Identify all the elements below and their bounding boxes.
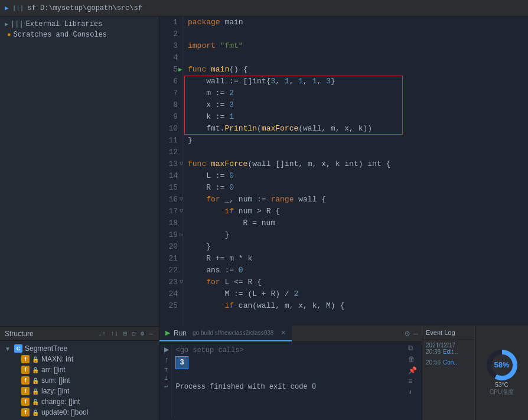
trash-icon[interactable]: 🗑 [408, 355, 417, 364]
output-content: <go setup calls> 3 Process finished with… [175, 344, 406, 418]
maxforce-params: , m, x, k [298, 158, 344, 170]
event-time-1b: 20:38 [426, 349, 441, 355]
run-toolbar: ▶ ↑ ⊤ ⊥ ↩ [164, 344, 172, 418]
pin-icon[interactable]: 📌 [408, 366, 417, 375]
tree-item-external[interactable]: ▶ ||| External Libraries [0, 19, 159, 30]
fold-icon-19[interactable]: ▷ [180, 229, 183, 241]
ln-7: 7 [159, 87, 178, 99]
for2-cond: L <= R { [220, 276, 262, 288]
run-tab-close[interactable]: ✕ [281, 329, 286, 337]
settings-structure-btn[interactable]: ⚙ [139, 329, 146, 338]
num-1d: 1 [229, 111, 234, 123]
sort-btn-1[interactable]: ↓↑ [97, 330, 107, 338]
ln-8: 8 [159, 99, 178, 111]
tree-item-scratches[interactable]: ● Scratches and Consoles [0, 30, 159, 40]
maxforce-params-open: (wall [] [247, 158, 284, 170]
struct-label-sum: sum: []int [41, 376, 70, 385]
tree-item-label: External Libraries [26, 20, 103, 28]
structure-tree: ▼ C SegmentTree f 🔒 MAXN: int f 🔒 arr: [… [0, 341, 159, 420]
structure-toolbar: ↓↑ ↑↓ ⊟ ◻ ⚙ — [97, 329, 154, 338]
run-scroll-top-btn[interactable]: ⊤ [164, 366, 169, 373]
main-paren: () { [229, 64, 247, 76]
event-label-2[interactable]: Con... [443, 359, 459, 366]
comma4: , [317, 76, 327, 87]
struct-item-update0[interactable]: f 🔒 update0: []bool [0, 407, 159, 418]
ln-4: 4 [159, 52, 178, 64]
filter-btn[interactable]: ◻ [131, 329, 137, 338]
type-int-3: int [344, 158, 358, 170]
close-structure-btn[interactable]: — [148, 330, 154, 338]
op-R: := [216, 182, 229, 194]
fold-icon-17[interactable]: ▽ [180, 206, 183, 217]
ln-21: 21 [159, 253, 178, 265]
scratch-label: Scratches and Consoles [14, 31, 107, 39]
run-play-btn[interactable]: ▶ [164, 344, 169, 354]
var-L: L [188, 170, 216, 182]
run-up-btn[interactable]: ↑ [164, 356, 169, 365]
struct-label-arr: arr: []int [41, 366, 66, 374]
code-line-3: import "fmt" [188, 40, 528, 52]
close-brace-main: } [188, 135, 193, 146]
code-line-12 [188, 146, 528, 158]
op-assign: := [] [229, 76, 252, 87]
for-wall: wall { [294, 194, 326, 206]
field-icon-lazy: f [21, 387, 30, 395]
comma2: , [289, 76, 299, 87]
fn-println: Println [224, 123, 257, 135]
ln-14: 14 [159, 170, 178, 182]
code-line-25: if can(wall, m, x, k, M) { [188, 300, 528, 312]
format-icon[interactable]: ≡ [408, 377, 417, 386]
ln-20: 20 [159, 241, 178, 253]
copy-icon[interactable]: ⧉ [408, 344, 417, 353]
struct-item-lazy[interactable]: f 🔒 lazy: []int [0, 386, 159, 396]
fn-main: main [211, 64, 229, 76]
scroll-down-icon[interactable]: ⬇ [408, 388, 417, 397]
num-1c: 1 [312, 76, 317, 87]
fold-icon-23[interactable]: ▽ [180, 276, 183, 288]
run-minimize-btn[interactable]: — [413, 329, 418, 338]
import-fmt: "fmt" [220, 40, 243, 52]
num-2b: 2 [294, 288, 298, 300]
sort-btn-2[interactable]: ↑↓ [109, 330, 119, 338]
var-fmt: fmt. [188, 123, 224, 135]
main-area: ▶ ||| External Libraries ● Scratches and… [0, 17, 528, 420]
struct-item-sum[interactable]: f 🔒 sum: []int [0, 375, 159, 386]
num-2: 2 [229, 87, 234, 99]
code-line-15: R := 0 [188, 182, 528, 194]
op-k: := [216, 111, 229, 123]
op-ans: := [224, 265, 238, 276]
run-scroll-btn[interactable]: ⊥ [164, 375, 169, 382]
fold-icon-13[interactable]: ▽ [180, 158, 183, 170]
cpu-circle: 58% [487, 350, 517, 380]
fn-maxforce-def: maxForce [211, 158, 247, 170]
project-tree: ▶ ||| External Libraries ● Scratches and… [0, 17, 159, 326]
fold-icon-16[interactable]: ▽ [180, 194, 183, 206]
println-open: ( [257, 123, 262, 135]
structure-header: Structure ↓↑ ↑↓ ⊟ ◻ ⚙ — [0, 327, 159, 341]
struct-item-change[interactable]: f 🔒 change: []int [0, 396, 159, 407]
event-label-1[interactable]: Edit... [443, 349, 458, 355]
kw-if-1: if [224, 206, 234, 217]
ln-24: 24 [159, 288, 178, 300]
run-settings-btn[interactable]: ⚙ [405, 328, 409, 338]
code-area: 1 2 3 4 5 6 7 8 9 10 11 12 13 14 15 16 1… [159, 17, 528, 420]
kw-if-2: if [224, 300, 234, 312]
var-k: k [188, 111, 216, 123]
var-x: x [188, 99, 216, 111]
bottom-area: ▶ Run go build sf/newclass2/class038 ✕ ⚙… [159, 325, 528, 420]
expand-btn[interactable]: ⊟ [122, 329, 129, 338]
struct-item-arr[interactable]: f 🔒 arr: []int [0, 364, 159, 375]
run-tab[interactable]: ▶ Run go build sf/newclass2/class038 ✕ [159, 325, 292, 341]
struct-item-maxn[interactable]: f 🔒 MAXN: int [0, 354, 159, 364]
event-entry-1: 2021/12/17 20:38 Edit... [422, 340, 475, 357]
code-editor[interactable]: 1 2 3 4 5 6 7 8 9 10 11 12 13 14 15 16 1… [159, 17, 528, 325]
ln-15: 15 [159, 182, 178, 194]
struct-item-segtree[interactable]: ▼ C SegmentTree [0, 343, 159, 354]
ln-16: 16 [159, 194, 178, 206]
code-line-21: R += m * k [188, 253, 528, 265]
cpu-panel: 58% 53°C CPU温度 [475, 325, 528, 420]
ln-19: 19 [159, 229, 178, 241]
run-wrap-btn[interactable]: ↩ [164, 383, 169, 390]
field-icon-arr: f [21, 366, 30, 374]
output-line-1: <go setup calls> [175, 344, 406, 356]
